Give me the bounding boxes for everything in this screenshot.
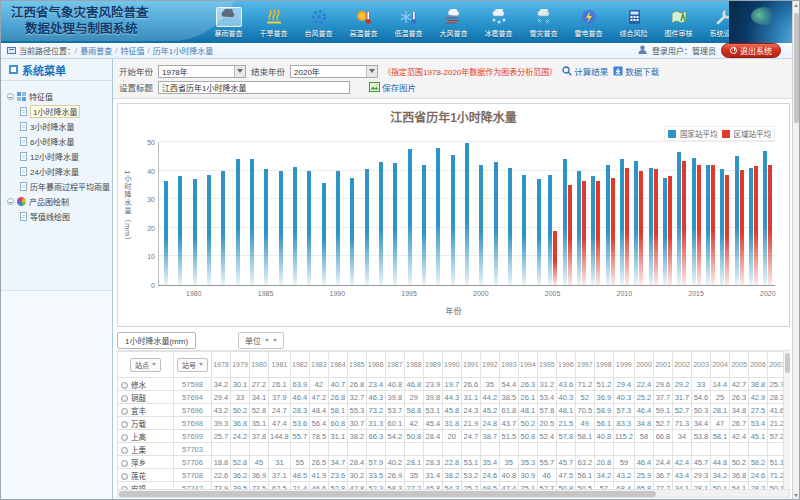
nav-item-high-temp[interactable]: 高温普查 bbox=[341, 5, 386, 40]
start-year-select[interactable]: 1978年 bbox=[158, 65, 246, 78]
logged-in-user-label: 登录用户：管理员 bbox=[652, 45, 716, 56]
precip-value-cell: 54.3 bbox=[442, 482, 461, 490]
sidebar-item-isoline-map[interactable]: 等值线绘图 bbox=[7, 209, 109, 224]
sidebar-item-1h-precip[interactable]: 1小时降水量 bbox=[7, 104, 109, 119]
lightning-icon bbox=[576, 7, 602, 27]
sidebar-item-24h-precip[interactable]: 24小时降水量 bbox=[7, 164, 109, 179]
precip-value-cell: 73.5 bbox=[250, 482, 269, 490]
table-tab-1h-precip[interactable]: 1小时降水量(mm) bbox=[117, 332, 196, 349]
nav-item-drought[interactable]: 干旱普查 bbox=[251, 5, 296, 40]
drought-icon bbox=[261, 7, 287, 27]
sidebar-item-3h-precip[interactable]: 3小时降水量 bbox=[7, 119, 109, 134]
end-year-select[interactable]: 2020年 bbox=[290, 65, 378, 78]
breadcrumb-item-1[interactable]: 暴雨普查 bbox=[80, 45, 112, 56]
precip-value-cell: 33 bbox=[692, 378, 711, 391]
precip-value-cell: 24.7 bbox=[269, 404, 291, 417]
scroll-down-arrow[interactable] bbox=[793, 491, 799, 499]
precip-value-cell: 36.7 bbox=[654, 469, 673, 482]
bar-regional-avg bbox=[668, 176, 672, 285]
station-radio[interactable] bbox=[121, 421, 128, 428]
chart-title: 江西省历年1小时降水量 bbox=[118, 104, 789, 125]
precip-value-cell: 30.7 bbox=[347, 417, 366, 430]
chart-title-input[interactable]: 江西省历年1小时降水量 bbox=[158, 81, 350, 94]
unit-dropdown[interactable]: 单位 bbox=[238, 332, 284, 349]
window-vertical-scrollbar[interactable] bbox=[792, 1, 799, 499]
precip-value-cell: 31.2 bbox=[537, 378, 556, 391]
station-radio[interactable] bbox=[121, 408, 128, 415]
station-radio[interactable] bbox=[121, 382, 128, 389]
table-row: 修水5759834.230.127.226.163.94240.726.823.… bbox=[118, 378, 787, 391]
scrollbar-thumb[interactable] bbox=[119, 491, 656, 497]
logout-button[interactable]: 退出系统 bbox=[721, 43, 781, 58]
collapse-icon[interactable] bbox=[7, 198, 14, 205]
precip-value-cell: 42.4 bbox=[730, 430, 749, 443]
scroll-up-arrow[interactable] bbox=[793, 1, 799, 9]
precip-value-cell: 58.2 bbox=[749, 456, 768, 469]
precip-value-cell: 21.9 bbox=[461, 417, 480, 430]
station-name: 修水 bbox=[131, 381, 146, 390]
nav-item-lightning[interactable]: 雷电普查 bbox=[566, 5, 611, 40]
precip-value-cell bbox=[442, 443, 461, 456]
precip-value-cell: 53.1 bbox=[423, 404, 442, 417]
precip-value-cell: 45.7 bbox=[556, 456, 575, 469]
precip-value-cell: 45.8 bbox=[423, 482, 442, 490]
precip-value-cell: 40.3 bbox=[613, 391, 634, 404]
sidebar-group-feature-values[interactable]: 特征值 bbox=[7, 89, 109, 104]
year-column-header: 1979 bbox=[231, 352, 250, 378]
table-header-row: 站点站号197819791980198119821983198419851986… bbox=[118, 352, 787, 378]
nav-item-low-temp[interactable]: 低温普查 bbox=[386, 5, 431, 40]
station-id: 57694 bbox=[174, 391, 212, 404]
precip-value-cell: 53.8 bbox=[692, 430, 711, 443]
x-tick: 2020 bbox=[760, 290, 776, 297]
app-window: 江西省气象灾害风险普查 数据处理与制图系统 暴雨普查 干旱普查 台风普查 bbox=[0, 0, 800, 500]
precip-value-cell: 36.8 bbox=[231, 417, 250, 430]
nav-item-rainstorm[interactable]: 暴雨普查 bbox=[206, 5, 251, 40]
nav-item-snow[interactable]: 雪灾普查 bbox=[521, 5, 566, 40]
nav-item-risk[interactable]: 综合风险 bbox=[611, 5, 656, 40]
precip-value-cell: 45.7 bbox=[692, 456, 711, 469]
precip-value-cell: 53.2 bbox=[461, 469, 480, 482]
chevron-down-icon bbox=[366, 66, 377, 77]
station-column-header[interactable]: 站点 bbox=[130, 358, 161, 372]
bar-regional-avg bbox=[697, 165, 701, 285]
bar-group-2008 bbox=[589, 142, 603, 285]
precip-value-cell: 45.1 bbox=[749, 430, 768, 443]
table-controls: 1小时降水量(mm) 单位 bbox=[117, 330, 790, 350]
nav-item-typhoon[interactable]: 台风普查 bbox=[296, 5, 341, 40]
sidebar-item-6h-precip[interactable]: 6小时降水量 bbox=[7, 134, 109, 149]
end-year-label: 结束年份 bbox=[251, 65, 285, 77]
precip-value-cell: 48.5 bbox=[290, 469, 309, 482]
station-radio[interactable] bbox=[121, 434, 128, 441]
nav-item-wind[interactable]: 大风普查 bbox=[431, 5, 476, 40]
nav-item-map-audit[interactable]: 图件审核 bbox=[656, 5, 701, 40]
station-id: 57703 bbox=[174, 443, 212, 456]
precip-value-cell: 41.9 bbox=[309, 469, 328, 482]
bar-group-1998 bbox=[446, 142, 460, 285]
breadcrumb-item-3[interactable]: 历年1小时降水量 bbox=[153, 45, 213, 56]
precip-value-cell: 43.7 bbox=[499, 417, 518, 430]
bar-national-avg bbox=[591, 176, 595, 285]
precip-value-cell: 29.3 bbox=[692, 469, 711, 482]
sidebar-item-12h-precip[interactable]: 12小时降水量 bbox=[7, 149, 109, 164]
table-vertical-scrollbar[interactable] bbox=[783, 351, 790, 489]
breadcrumb-item-2[interactable]: 特征值 bbox=[120, 45, 144, 56]
bar-group-1984 bbox=[245, 142, 259, 285]
station-radio[interactable] bbox=[121, 460, 128, 467]
station-radio[interactable] bbox=[121, 447, 128, 454]
nav-item-hail[interactable]: 冰雹普查 bbox=[476, 5, 521, 40]
table-horizontal-scrollbar[interactable] bbox=[117, 489, 790, 498]
sidebar-group-product-maps[interactable]: 产品图绘制 bbox=[7, 194, 109, 209]
precip-value-cell: 35 bbox=[480, 378, 499, 391]
collapse-icon[interactable] bbox=[7, 93, 14, 100]
station-id-column-header[interactable]: 站号 bbox=[177, 358, 208, 372]
station-radio[interactable] bbox=[121, 395, 128, 402]
bar-national-avg bbox=[365, 169, 369, 285]
sidebar-item-process-avg[interactable]: 历年暴雨过程平均雨量 bbox=[7, 179, 109, 194]
precip-value-cell: 31.1 bbox=[328, 430, 347, 443]
save-image-button[interactable]: 保存图片 bbox=[369, 81, 416, 93]
compute-result-button[interactable]: 计算结果 bbox=[562, 65, 608, 77]
station-radio[interactable] bbox=[121, 473, 128, 480]
scrollbar-thumb[interactable] bbox=[794, 13, 799, 123]
precip-value-cell: 45.2 bbox=[480, 404, 499, 417]
data-download-button[interactable]: 数据下载 bbox=[613, 65, 659, 77]
